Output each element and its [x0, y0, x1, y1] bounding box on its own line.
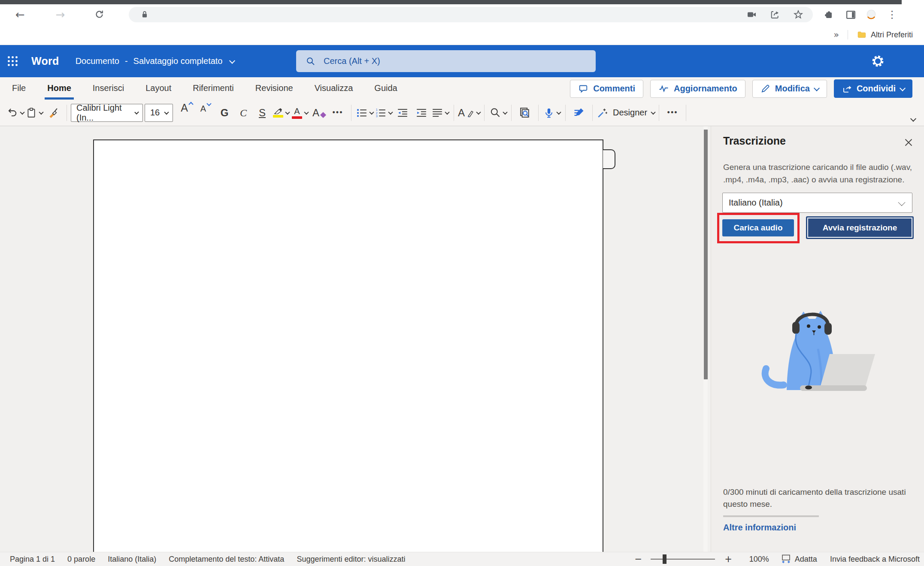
updates-button[interactable]: Aggiornamento — [650, 80, 745, 98]
italic-button[interactable]: C — [234, 103, 253, 123]
bulleted-list-button[interactable] — [355, 103, 374, 123]
chevron-down-icon[interactable] — [445, 109, 449, 114]
lock-icon[interactable] — [140, 10, 149, 19]
folder-icon[interactable] — [857, 30, 866, 39]
chevron-down-icon[interactable] — [476, 109, 481, 114]
divider — [351, 105, 351, 121]
panel-description: Genera una trascrizione caricando il fil… — [723, 161, 917, 186]
tab-visualizza[interactable]: Visualizza — [304, 77, 364, 100]
comments-button[interactable]: Commenti — [570, 80, 643, 98]
extensions-icon[interactable] — [824, 9, 834, 20]
collapse-ribbon-icon[interactable] — [910, 116, 916, 122]
tab-inserisci[interactable]: Inserisci — [82, 77, 135, 100]
media-camera-icon[interactable] — [747, 9, 757, 20]
document-title[interactable]: Documento - Salvataggio completato — [76, 56, 234, 66]
paste-button[interactable] — [25, 103, 44, 123]
app-launcher-icon[interactable] — [7, 55, 18, 67]
bold-button[interactable]: G — [215, 103, 234, 123]
language-select[interactable]: Italiano (Italia) — [722, 193, 912, 213]
chevron-down-icon[interactable] — [556, 109, 561, 114]
browser-back-icon[interactable]: ← — [15, 9, 25, 20]
document-language[interactable]: Italiano (Italia) — [108, 555, 156, 564]
zoom-in-button[interactable]: + — [724, 554, 732, 564]
more-commands-button[interactable]: ••• — [663, 103, 682, 123]
alignment-button[interactable] — [431, 103, 450, 123]
browser-forward-icon[interactable]: → — [56, 9, 65, 20]
chevron-down-icon[interactable] — [503, 109, 507, 114]
document-page[interactable] — [93, 139, 603, 552]
start-recording-button[interactable]: Avvia registrazione — [806, 216, 914, 239]
share-button[interactable]: Condividi — [834, 79, 912, 98]
designer-button[interactable]: Designer — [597, 103, 655, 123]
editor-suggestions-status[interactable]: Suggerimenti editor: visualizzati — [297, 555, 405, 564]
zoom-slider-handle[interactable] — [663, 554, 666, 564]
editor-button[interactable] — [570, 103, 588, 123]
profile-avatar[interactable] — [866, 9, 877, 20]
side-panel-icon[interactable] — [845, 9, 856, 20]
undo-button[interactable] — [6, 103, 25, 123]
bookmarks-overflow-icon[interactable]: » — [833, 30, 839, 40]
chevron-down-icon[interactable] — [388, 109, 393, 114]
share-page-icon[interactable] — [770, 9, 780, 20]
reading-view-search-button[interactable] — [515, 103, 534, 123]
save-status[interactable]: Salvataggio completato — [133, 56, 223, 66]
chevron-down-icon[interactable] — [369, 109, 374, 114]
chevron-down-icon[interactable] — [39, 109, 43, 114]
zoom-out-button[interactable]: − — [635, 554, 642, 564]
zoom-slider[interactable] — [651, 559, 715, 560]
chevron-down-icon[interactable] — [651, 109, 655, 114]
chevron-down-icon — [164, 109, 169, 114]
find-button[interactable] — [488, 103, 507, 123]
grow-font-button[interactable]: A — [177, 103, 196, 123]
word-count[interactable]: 0 parole — [67, 555, 95, 564]
more-info-link[interactable]: Altre informazioni — [723, 523, 796, 533]
tab-revisione[interactable]: Revisione — [245, 77, 304, 100]
search-input[interactable] — [323, 56, 565, 67]
send-feedback-link[interactable]: Invia feedback a Microsoft — [830, 555, 920, 564]
tab-layout[interactable]: Layout — [135, 77, 182, 100]
chevron-down-icon — [898, 199, 906, 206]
zoom-level[interactable]: 100% — [749, 555, 769, 564]
search-box[interactable] — [296, 50, 596, 72]
tab-guida[interactable]: Guida — [364, 77, 408, 100]
font-size-select[interactable]: 16 — [145, 104, 173, 122]
dictate-button[interactable] — [542, 103, 561, 123]
browser-active-tab[interactable] — [902, 0, 924, 4]
chevron-down-icon[interactable] — [285, 109, 290, 114]
decrease-indent-button[interactable] — [393, 103, 412, 123]
clear-formatting-button[interactable]: A — [309, 103, 328, 123]
bookmarks-folder-label[interactable]: Altri Preferiti — [871, 30, 913, 39]
edit-mode-button[interactable]: Modifica — [752, 80, 827, 98]
shrink-font-button[interactable]: A — [196, 103, 215, 123]
numbered-list-button[interactable]: 123 — [374, 103, 393, 123]
font-name-select[interactable]: Calibri Light (In... — [71, 104, 143, 122]
chevron-down-icon[interactable] — [20, 109, 24, 114]
address-bar[interactable] — [129, 7, 813, 22]
more-font-options-button[interactable]: ••• — [328, 103, 347, 123]
font-color-button[interactable]: A — [291, 103, 309, 123]
browser-menu-icon[interactable]: ⋮ — [887, 9, 897, 21]
increase-indent-button[interactable] — [412, 103, 431, 123]
text-completion-status[interactable]: Completamento del testo: Attivata — [169, 555, 284, 564]
highlight-color-button[interactable] — [272, 103, 291, 123]
close-icon[interactable] — [904, 138, 913, 147]
ribbon-tab-row: File Home Inserisci Layout Riferimenti R… — [0, 77, 924, 100]
tab-riferimenti[interactable]: Riferimenti — [182, 77, 245, 100]
fit-to-page-button[interactable]: Adatta — [781, 554, 817, 564]
page-count[interactable]: Pagina 1 di 1 — [10, 555, 55, 564]
format-painter-button[interactable] — [44, 103, 63, 123]
tab-home[interactable]: Home — [36, 77, 82, 100]
chevron-down-icon[interactable] — [229, 58, 235, 64]
browser-reload-icon[interactable] — [94, 9, 105, 20]
chevron-down-icon[interactable] — [304, 109, 309, 114]
settings-gear-icon[interactable] — [871, 54, 885, 68]
scrollbar-thumb[interactable] — [704, 130, 708, 379]
tab-file[interactable]: File — [1, 77, 36, 100]
bookmark-star-icon[interactable] — [793, 9, 803, 20]
underline-button[interactable]: S — [253, 103, 272, 123]
upload-audio-button[interactable]: Carica audio — [722, 219, 794, 236]
comment-anchor-stub[interactable] — [603, 149, 615, 169]
document-name[interactable]: Documento — [76, 56, 119, 66]
app-name[interactable]: Word — [31, 55, 59, 67]
styles-button[interactable]: A — [458, 103, 480, 123]
